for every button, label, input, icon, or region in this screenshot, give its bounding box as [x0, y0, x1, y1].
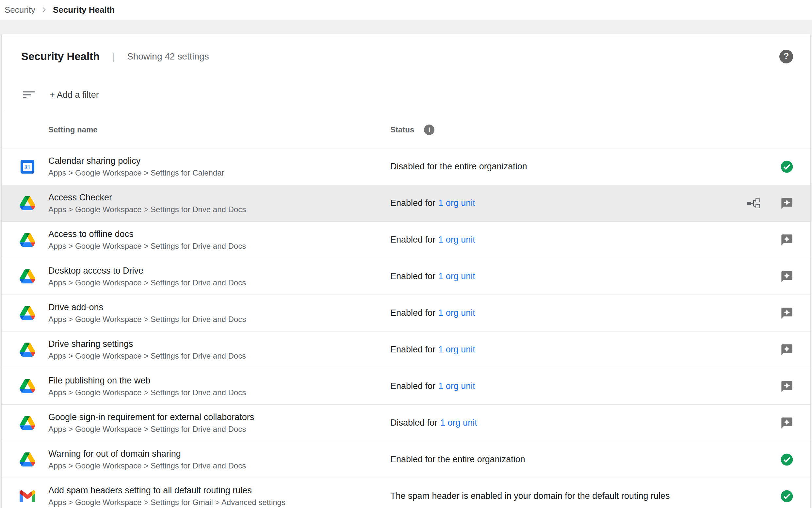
add-filter-button[interactable]: + Add a filter: [50, 90, 99, 100]
setting-path: Apps > Google Workspace > Settings for D…: [48, 205, 390, 214]
recommendation-badge-icon[interactable]: [780, 343, 794, 356]
setting-title: Access Checker: [48, 193, 390, 203]
table-row[interactable]: Drive sharing settings Apps > Google Wor…: [2, 332, 810, 368]
recommendation-badge-icon[interactable]: [780, 307, 794, 320]
setting-path: Apps > Google Workspace > Settings for D…: [48, 315, 390, 324]
setting-name-cell: Calendar sharing policy Apps > Google Wo…: [48, 156, 390, 177]
org-unit-link[interactable]: 1 org unit: [438, 345, 475, 355]
setting-title: Calendar sharing policy: [48, 156, 390, 166]
status-cell: Disabled for the entire organization: [390, 162, 740, 172]
row-trailing-icons: [740, 160, 810, 173]
status-cell: The spam header is enabled in your domai…: [390, 491, 740, 501]
column-header-status: Status: [390, 125, 414, 134]
setting-title: Access to offline docs: [48, 229, 390, 239]
status-cell: Disabled for 1 org unit: [390, 418, 740, 428]
row-trailing-icons: [740, 234, 810, 247]
table-row[interactable]: 31 Calendar sharing policy Apps > Google…: [2, 149, 810, 185]
setting-name-cell: Drive add-ons Apps > Google Workspace > …: [48, 302, 390, 324]
row-trailing-icons: [740, 490, 810, 503]
status-cell: Enabled for 1 org unit: [390, 271, 740, 282]
org-unit-link[interactable]: 1 org unit: [438, 381, 475, 391]
status-ok-check-icon: [780, 490, 794, 503]
status-text: Enabled for: [390, 235, 435, 245]
status-text: Enabled for: [390, 198, 435, 208]
calendar-app-icon: 31: [19, 159, 35, 175]
table-row[interactable]: Warning for out of domain sharing Apps >…: [2, 441, 810, 478]
org-unit-link[interactable]: 1 org unit: [438, 198, 475, 208]
status-cell: Enabled for 1 org unit: [390, 235, 740, 245]
drive-app-icon: [19, 305, 35, 321]
filter-sort-icon[interactable]: [22, 90, 36, 100]
security-health-card: Security Health | Showing 42 settings ? …: [2, 34, 810, 508]
setting-name-cell: File publishing on the web Apps > Google…: [48, 376, 390, 397]
setting-title: Google sign-in requirement for external …: [48, 412, 390, 422]
status-ok-check-icon: [780, 160, 794, 173]
breadcrumb: Security Security Health: [0, 0, 812, 19]
setting-path: Apps > Google Workspace > Settings for C…: [48, 168, 390, 177]
table-row[interactable]: Access Checker Apps > Google Workspace >…: [2, 185, 810, 222]
org-unit-link[interactable]: 1 org unit: [438, 308, 475, 318]
status-text: The spam header is enabled in your domai…: [390, 491, 670, 501]
org-unit-link[interactable]: 1 org unit: [438, 235, 475, 245]
setting-name-cell: Desktop access to Drive Apps > Google Wo…: [48, 266, 390, 287]
table-row[interactable]: Access to offline docs Apps > Google Wor…: [2, 222, 810, 258]
setting-name-cell: Add spam headers setting to all default …: [48, 485, 390, 507]
settings-count-label: Showing 42 settings: [127, 51, 209, 62]
table-row[interactable]: Desktop access to Drive Apps > Google Wo…: [2, 258, 810, 295]
status-info-icon[interactable]: i: [424, 125, 434, 135]
status-text: Enabled for the entire organization: [390, 454, 525, 465]
drive-app-icon: [19, 232, 35, 248]
org-unit-link[interactable]: 1 org unit: [440, 418, 477, 428]
drive-app-icon: [19, 452, 35, 467]
drive-app-icon: [19, 342, 35, 357]
setting-name-cell: Warning for out of domain sharing Apps >…: [48, 449, 390, 470]
table-row[interactable]: Google sign-in requirement for external …: [2, 405, 810, 441]
setting-path: Apps > Google Workspace > Settings for D…: [48, 242, 390, 251]
setting-name-cell: Google sign-in requirement for external …: [48, 412, 390, 434]
status-cell: Enabled for 1 org unit: [390, 198, 740, 208]
row-trailing-icons: [740, 380, 810, 393]
setting-name-cell: Drive sharing settings Apps > Google Wor…: [48, 339, 390, 361]
status-text: Disabled for the entire organization: [390, 162, 527, 172]
row-trailing-icons: [740, 197, 810, 210]
status-text: Enabled for: [390, 381, 435, 391]
recommendation-badge-icon[interactable]: [780, 197, 794, 210]
setting-path: Apps > Google Workspace > Settings for D…: [48, 351, 390, 361]
setting-title: Desktop access to Drive: [48, 266, 390, 276]
setting-name-cell: Access Checker Apps > Google Workspace >…: [48, 193, 390, 214]
status-text: Enabled for: [390, 308, 435, 318]
recommendation-badge-icon[interactable]: [780, 417, 794, 429]
svg-text:31: 31: [25, 164, 30, 170]
drive-app-icon: [19, 415, 35, 431]
help-icon[interactable]: ?: [779, 50, 793, 64]
recommendation-badge-icon[interactable]: [780, 234, 794, 247]
drive-app-icon: [19, 269, 35, 284]
gmail-app-icon: [19, 489, 35, 504]
recommendation-badge-icon[interactable]: [780, 270, 794, 283]
drive-app-icon: [19, 379, 35, 394]
status-cell: Enabled for the entire organization: [390, 454, 740, 465]
setting-path: Apps > Google Workspace > Settings for D…: [48, 425, 390, 434]
chevron-right-icon: [41, 6, 48, 13]
status-text: Enabled for: [390, 345, 435, 355]
setting-title: Warning for out of domain sharing: [48, 449, 390, 459]
breadcrumb-parent-security[interactable]: Security: [5, 5, 35, 15]
recommendation-badge-icon[interactable]: [780, 380, 794, 393]
row-trailing-icons: [740, 307, 810, 320]
org-unit-link[interactable]: 1 org unit: [438, 271, 475, 282]
table-row[interactable]: File publishing on the web Apps > Google…: [2, 368, 810, 405]
org-tree-icon[interactable]: [747, 199, 760, 208]
table-row[interactable]: Drive add-ons Apps > Google Workspace > …: [2, 295, 810, 332]
status-cell: Enabled for 1 org unit: [390, 308, 740, 318]
setting-path: Apps > Google Workspace > Settings for D…: [48, 278, 390, 287]
setting-name-cell: Access to offline docs Apps > Google Wor…: [48, 229, 390, 251]
setting-path: Apps > Google Workspace > Settings for D…: [48, 388, 390, 397]
row-trailing-icons: [740, 453, 810, 466]
setting-title: Drive sharing settings: [48, 339, 390, 349]
card-header: Security Health | Showing 42 settings ?: [2, 34, 810, 79]
table-row[interactable]: Add spam headers setting to all default …: [2, 478, 810, 508]
drive-app-icon: [19, 196, 35, 211]
table-header: Setting name Status i: [2, 111, 810, 149]
status-cell: Enabled for 1 org unit: [390, 345, 740, 355]
setting-title: File publishing on the web: [48, 376, 390, 386]
